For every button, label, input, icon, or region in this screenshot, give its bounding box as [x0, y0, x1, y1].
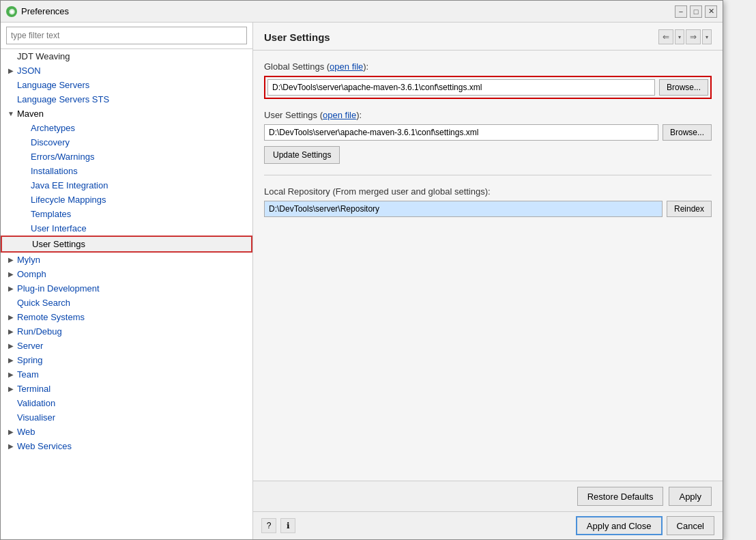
nav-forward-button[interactable]: ⇒: [686, 29, 701, 44]
sidebar-item-plugin-dev[interactable]: ▶ Plug-in Development: [1, 281, 252, 296]
sidebar-item-templates[interactable]: Templates: [1, 207, 252, 221]
cancel-button[interactable]: Cancel: [667, 516, 714, 535]
restore-button[interactable]: □: [690, 5, 702, 18]
sidebar-item-discovery[interactable]: Discovery: [1, 135, 252, 150]
no-expand-icon: [20, 210, 29, 219]
local-repo-path-input[interactable]: [264, 201, 663, 217]
sidebar-item-validation[interactable]: Validation: [1, 396, 252, 410]
minimize-button[interactable]: −: [675, 5, 687, 18]
sidebar-item-lifecycle[interactable]: Lifecycle Mappings: [1, 193, 252, 207]
sidebar-item-team[interactable]: ▶ Team: [1, 367, 252, 382]
sidebar-item-archetypes[interactable]: Archetypes: [1, 121, 252, 135]
no-expand-icon: [20, 181, 29, 190]
no-expand-icon: [6, 52, 16, 61]
global-settings-link[interactable]: open file: [330, 61, 363, 72]
nav-back-dropdown[interactable]: ▾: [675, 29, 684, 44]
expand-icon: ▶: [6, 356, 16, 365]
user-settings-section: User Settings (open file): Browse... Upd…: [264, 110, 712, 164]
app-icon: ◉: [6, 6, 17, 17]
footer-action-buttons: Apply and Close Cancel: [576, 516, 714, 535]
sidebar-item-maven[interactable]: ▼ Maven: [1, 106, 252, 121]
sidebar-item-web[interactable]: ▶ Web: [1, 425, 252, 439]
sidebar-item-label: Archetypes: [31, 123, 75, 133]
sidebar-item-label: Remote Systems: [17, 312, 85, 322]
no-expand-icon: [6, 413, 16, 423]
panel-title: User Settings: [264, 31, 330, 43]
global-settings-row: Browse...: [264, 76, 712, 99]
sidebar-item-label: Visualiser: [17, 412, 55, 423]
expand-icon: ▶: [6, 370, 16, 380]
sidebar-item-user-interface[interactable]: User Interface: [1, 221, 252, 236]
sidebar-item-label: Maven: [17, 109, 44, 119]
restore-defaults-button[interactable]: Restore Defaults: [577, 487, 664, 506]
sidebar-item-label: User Settings: [32, 239, 85, 249]
sidebar-item-label: Installations: [31, 166, 78, 176]
no-expand-icon: [20, 152, 29, 162]
sidebar-item-language-servers[interactable]: Language Servers: [1, 78, 252, 92]
nav-forward-dropdown[interactable]: ▾: [702, 29, 712, 44]
collapse-icon: ▼: [6, 109, 16, 119]
close-button[interactable]: ✕: [705, 5, 717, 18]
sidebar-item-label: Web: [17, 427, 35, 437]
reindex-button[interactable]: Reindex: [667, 201, 712, 217]
info-icon: ℹ: [287, 521, 290, 530]
sidebar-item-label: Java EE Integration: [31, 180, 108, 190]
global-settings-browse-button[interactable]: Browse...: [659, 79, 708, 96]
help-icon: ?: [267, 521, 272, 530]
divider: [264, 175, 712, 175]
no-expand-icon: [6, 95, 16, 104]
sidebar-item-label: Quick Search: [17, 298, 70, 308]
sidebar-item-label: Server: [17, 341, 43, 351]
user-settings-browse-button[interactable]: Browse...: [663, 124, 712, 141]
nav-back-button[interactable]: ⇐: [658, 29, 673, 44]
sidebar-item-errors-warnings[interactable]: Errors/Warnings: [1, 150, 252, 164]
sidebar-item-language-servers-sts[interactable]: Language Servers STS: [1, 92, 252, 106]
sidebar-item-remote-systems[interactable]: ▶ Remote Systems: [1, 310, 252, 324]
sidebar-item-label: Run/Debug: [17, 326, 62, 337]
apply-and-close-button[interactable]: Apply and Close: [576, 516, 663, 535]
no-expand-icon: [21, 240, 31, 249]
sidebar-item-visualiser[interactable]: Visualiser: [1, 410, 252, 425]
expand-icon: ▶: [6, 66, 16, 76]
info-icon-button[interactable]: ℹ: [280, 518, 295, 533]
expand-icon: ▶: [6, 255, 16, 265]
sidebar-item-web-services[interactable]: ▶ Web Services: [1, 439, 252, 453]
expand-icon: ▶: [6, 442, 16, 451]
title-bar: ◉ Preferences − □ ✕: [1, 1, 723, 23]
expand-icon: ▶: [6, 270, 16, 279]
sidebar-item-java-ee[interactable]: Java EE Integration: [1, 178, 252, 193]
expand-icon: ▶: [6, 284, 16, 294]
sidebar-item-server[interactable]: ▶ Server: [1, 339, 252, 353]
update-settings-button[interactable]: Update Settings: [264, 146, 340, 164]
global-settings-path-input[interactable]: [267, 79, 655, 96]
no-expand-icon: [20, 167, 29, 176]
expand-icon: ▶: [6, 327, 16, 337]
local-repo-section: Local Repository (From merged user and g…: [264, 186, 712, 217]
user-settings-link[interactable]: open file: [323, 110, 356, 120]
sidebar-item-label: JSON: [17, 66, 41, 76]
sidebar-item-quick-search[interactable]: Quick Search: [1, 296, 252, 310]
sidebar-item-user-settings[interactable]: User Settings: [1, 236, 252, 253]
window-controls: − □ ✕: [675, 5, 717, 18]
sidebar-item-spring[interactable]: ▶ Spring: [1, 353, 252, 367]
sidebar-item-jdt-weaving[interactable]: JDT Weaving: [1, 49, 252, 63]
tree-container[interactable]: JDT Weaving ▶ JSON Language Servers Lang…: [1, 49, 252, 539]
sidebar-item-json[interactable]: ▶ JSON: [1, 63, 252, 78]
sidebar-item-oomph[interactable]: ▶ Oomph: [1, 267, 252, 281]
sidebar-item-mylyn[interactable]: ▶ Mylyn: [1, 253, 252, 267]
user-settings-path-input[interactable]: [264, 124, 658, 141]
sidebar-item-terminal[interactable]: ▶ Terminal: [1, 382, 252, 396]
footer-bar: ? ℹ Apply and Close Cancel: [253, 511, 723, 539]
sidebar-item-label: Validation: [17, 398, 55, 408]
sidebar-item-label: User Interface: [31, 223, 87, 233]
sidebar-item-run-debug[interactable]: ▶ Run/Debug: [1, 324, 252, 339]
filter-box: [1, 23, 252, 49]
expand-icon: ▶: [6, 341, 16, 351]
help-icon-button[interactable]: ?: [261, 518, 276, 533]
main-content: JDT Weaving ▶ JSON Language Servers Lang…: [1, 23, 723, 539]
sidebar-item-installations[interactable]: Installations: [1, 164, 252, 178]
apply-button[interactable]: Apply: [669, 487, 712, 506]
search-input[interactable]: [6, 27, 247, 44]
no-expand-icon: [20, 124, 29, 133]
local-repo-row: Reindex: [264, 201, 712, 217]
